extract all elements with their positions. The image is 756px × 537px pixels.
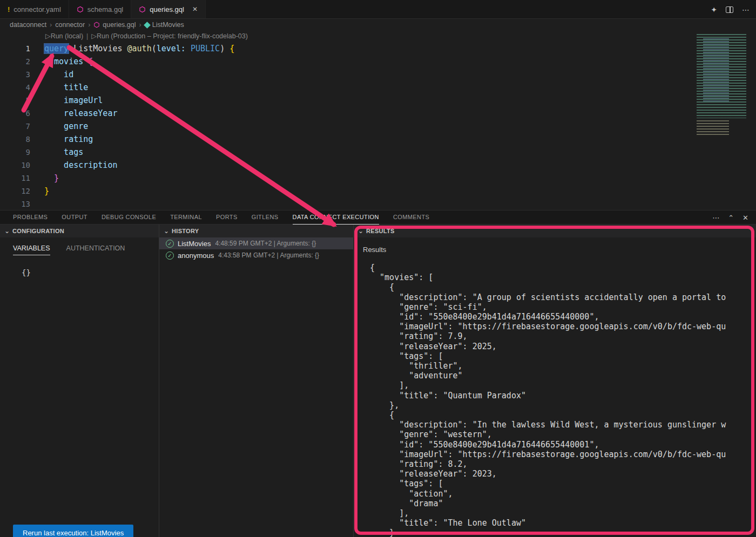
chevron-down-icon: ⌄ [4,228,10,234]
panel-tab-terminal[interactable]: TERMINAL [170,210,202,225]
code-editor[interactable]: ▷Run (local)|▷Run (Production – Project:… [0,31,756,210]
code-token: { [230,44,234,53]
panel-tab-output[interactable]: OUTPUT [62,210,87,225]
code-line: 10 description [0,159,756,172]
minimap[interactable] [692,32,756,140]
line-number: 2 [0,55,30,68]
code-line: 5 imageUrl [0,94,756,107]
success-check-icon: ✓ [166,240,174,248]
code-line: 7 genre [0,120,756,133]
code-line: 3 id [0,68,756,81]
code-token-query: query [44,44,69,53]
code-line: 4 title [0,81,756,94]
graphql-icon [77,6,84,13]
configuration-header[interactable]: ⌄ CONFIGURATION [0,225,159,237]
code-token: } [44,173,59,183]
line-number: 4 [0,81,30,94]
maximize-panel-icon[interactable]: ⌃ [728,214,734,222]
code-line: 9 tags [0,146,756,159]
results-json: { "movies": [ { "description": "A group … [370,263,756,537]
panel-tab-ports[interactable]: PORTS [216,210,238,225]
code-token: description [44,160,117,170]
history-item-listmovies[interactable]: ✓ ListMovies 4:48:59 PM GMT+2 | Argument… [159,237,353,249]
line-number: 9 [0,146,30,159]
code-token: imageUrl [44,96,103,105]
run-local-link[interactable]: Run (local) [51,32,83,40]
breadcrumb-label: ListMovies [152,21,184,29]
history-item-meta: 4:43:58 PM GMT+2 | Arguments: {} [218,251,319,259]
history-header[interactable]: ⌄ HISTORY [159,225,353,237]
breadcrumb-listmovies[interactable]: ListMovies [145,21,184,29]
breadcrumb-connector[interactable]: connector [55,21,85,29]
close-panel-icon[interactable]: ✕ [742,214,748,222]
code-token: id [44,70,73,79]
breadcrumb-dataconnect[interactable]: dataconnect [10,21,46,29]
tab-authentication[interactable]: AUTHENTICATION [66,244,125,255]
warning-icon: ! [8,5,10,13]
breadcrumb-queries-gql[interactable]: queries.gql [93,21,136,29]
success-check-icon: ✓ [166,251,174,260]
tab-schema-gql[interactable]: schema.gql [69,0,131,18]
code-token: genre [44,121,88,131]
graphql-icon [139,6,146,13]
sparkle-icon[interactable]: ✦ [711,5,717,14]
close-icon[interactable]: ✕ [192,5,198,13]
line-number: 3 [0,68,30,81]
code-token: tags [44,147,83,157]
play-icon: ▷ [45,32,51,40]
line-number: 5 [0,94,30,107]
code-token: movies [44,57,88,66]
code-token: ListMovies [69,44,127,53]
tab-label: queries.gql [150,5,184,13]
code-token: releaseYear [44,108,117,118]
editor-tab-bar: ! connector.yaml schema.gql queries.gql … [0,0,756,19]
tab-queries-gql[interactable]: queries.gql ✕ [131,0,206,18]
variables-value: {} [22,268,159,277]
panel-tab-comments[interactable]: COMMENTS [393,210,429,225]
vscode-window: ! connector.yaml schema.gql queries.gql … [0,0,756,537]
code-token: { [88,57,93,66]
panel-tab-debug-console[interactable]: DEBUG CONSOLE [102,210,156,225]
code-token: } [44,186,49,196]
code-token: @auth [127,44,152,53]
history-section: ⌄ HISTORY ✓ ListMovies 4:48:59 PM GMT+2 … [159,225,354,537]
configuration-tabs: VARIABLES AUTHENTICATION [13,244,159,255]
line-number: 1 [0,42,30,55]
results-header[interactable]: ⌄ RESULTS [354,225,756,237]
code-line: 8 rating [0,133,756,146]
code-token: title [44,83,88,92]
chevron-down-icon: ⌄ [164,228,169,234]
configuration-title: CONFIGURATION [12,228,64,234]
breadcrumb: dataconnect › connector › queries.gql › … [0,19,756,31]
code-token: ) [220,44,230,53]
history-title: HISTORY [172,228,199,234]
results-section[interactable]: ⌄ RESULTS Results { "movies": [ { "descr… [354,225,756,537]
panel-tab-data-connect-execution[interactable]: DATA CONNECT EXECUTION [293,210,379,225]
split-editor-icon[interactable] [726,6,733,13]
line-number: 10 [0,159,30,172]
more-actions-icon[interactable]: ⋯ [742,5,750,14]
tab-label: schema.gql [87,5,123,13]
chevron-right-icon: › [88,21,90,29]
history-item-anonymous[interactable]: ✓ anonymous 4:43:58 PM GMT+2 | Arguments… [159,249,353,261]
history-item-name: anonymous [178,251,214,260]
run-production-link[interactable]: Run (Production – Project: friendly-flix… [97,32,248,40]
chevron-right-icon: › [139,21,141,29]
history-item-name: ListMovies [178,240,211,248]
rerun-last-execution-button[interactable]: Rerun last execution: ListMovies [13,525,133,537]
line-number: 8 [0,133,30,146]
symbol-icon [144,22,151,29]
line-number: 7 [0,120,30,133]
panel-tab-problems[interactable]: PROBLEMS [13,210,48,225]
tab-variables[interactable]: VARIABLES [13,244,50,255]
line-number: 13 [0,198,30,210]
tab-connector-yaml[interactable]: ! connector.yaml [0,0,69,18]
panel-tab-gitlens[interactable]: GITLENS [252,210,279,225]
minimap-lines [703,38,729,103]
history-item-meta: 4:48:59 PM GMT+2 | Arguments: {} [215,240,316,247]
code-token: level: [157,44,191,53]
codelens: ▷Run (local)|▷Run (Production – Project:… [45,31,756,42]
play-icon: ▷ [91,32,97,40]
code-line: 12 } [0,185,756,198]
more-actions-icon[interactable]: ⋯ [712,214,719,222]
